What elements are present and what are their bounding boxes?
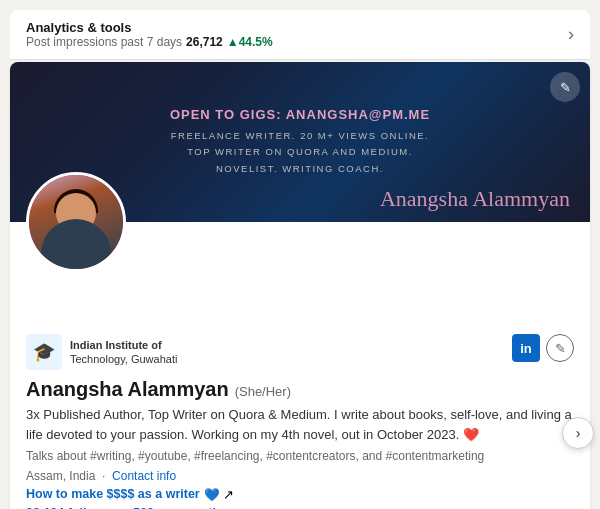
- avatar-placeholder: [29, 175, 123, 269]
- profile-link[interactable]: How to make $$$$ as a writer: [26, 487, 200, 501]
- profile-actions-top: in ✎: [512, 334, 574, 362]
- profile-hashtags: Talks about #writing, #youtube, #freelan…: [26, 448, 574, 465]
- avatar[interactable]: [26, 172, 126, 272]
- profile-card: OPEN TO GIGS: ANANGSHA@PM.ME FREELANCE W…: [10, 62, 590, 509]
- profile-name: Anangsha Alammyan: [26, 378, 229, 401]
- analytics-left: Analytics & tools Post impressions past …: [26, 20, 273, 49]
- bio-heart-icon: ❤️: [463, 427, 479, 442]
- graduation-icon: 🎓: [33, 341, 55, 363]
- profile-bio-text: 3x Published Author, Top Writer on Quora…: [26, 407, 572, 442]
- banner-sub-1: FREELANCE WRITER. 20 M+ VIEWS ONLINE.: [171, 130, 429, 141]
- link-icons: 💙 ↗: [204, 487, 234, 502]
- banner-sublines: FREELANCE WRITER. 20 M+ VIEWS ONLINE. TO…: [171, 128, 429, 176]
- analytics-subtitle: Post impressions past 7 days 26,712 ▲44.…: [26, 35, 273, 49]
- linkedin-button[interactable]: in: [512, 334, 540, 362]
- profile-link-row: How to make $$$$ as a writer 💙 ↗: [26, 487, 574, 502]
- institution-line1: Indian Institute of: [70, 338, 177, 352]
- contact-info-link[interactable]: Contact info: [112, 469, 176, 483]
- banner-headline: OPEN TO GIGS: ANANGSHA@PM.ME: [170, 107, 430, 122]
- banner-edit-button[interactable]: ✎: [550, 72, 580, 102]
- location-text: Assam, India: [26, 469, 95, 483]
- profile-edit-button[interactable]: ✎: [546, 334, 574, 362]
- analytics-arrow-icon[interactable]: ›: [568, 24, 574, 45]
- institution-line2: Technology, Guwahati: [70, 352, 177, 366]
- education-text: Indian Institute of Technology, Guwahati: [70, 338, 177, 367]
- analytics-title: Analytics & tools: [26, 20, 273, 35]
- avatar-section: [10, 172, 590, 273]
- scroll-arrow-button[interactable]: ›: [562, 417, 594, 449]
- avatar-body: [41, 219, 111, 269]
- page-wrapper: Analytics & tools Post impressions past …: [10, 10, 590, 509]
- banner-edit-icon: ✎: [560, 80, 571, 95]
- education-badge: 🎓 Indian Institute of Technology, Guwaha…: [26, 334, 177, 370]
- analytics-change: ▲44.5%: [227, 35, 273, 49]
- profile-bio: 3x Published Author, Top Writer on Quora…: [26, 405, 574, 444]
- name-section: Anangsha Alammyan (She/Her) 3x Published…: [10, 370, 590, 509]
- education-icon: 🎓: [26, 334, 62, 370]
- analytics-bar: Analytics & tools Post impressions past …: [10, 10, 590, 60]
- analytics-impressions: 26,712: [186, 35, 223, 49]
- profile-location: Assam, India · Contact info: [26, 469, 574, 483]
- avatar-wrapper: [26, 172, 126, 272]
- banner-sub-2: TOP WRITER ON QUORA AND MEDIUM.: [187, 146, 413, 157]
- analytics-subtitle-text: Post impressions past 7 days: [26, 35, 182, 49]
- profile-info-row: 🎓 Indian Institute of Technology, Guwaha…: [10, 279, 590, 370]
- name-row: Anangsha Alammyan (She/Her): [26, 378, 574, 401]
- profile-pronouns: (She/Her): [235, 384, 291, 399]
